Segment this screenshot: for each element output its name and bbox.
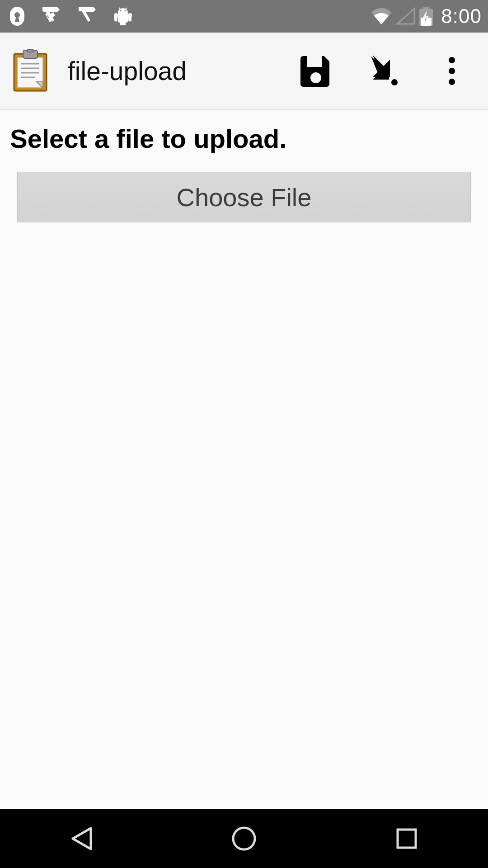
app-actions <box>298 53 483 89</box>
save-icon <box>300 54 333 88</box>
svg-rect-5 <box>28 49 33 52</box>
android-icon <box>114 7 132 25</box>
nav-home-icon <box>231 826 257 852</box>
nav-home-button[interactable] <box>226 821 262 857</box>
svg-point-14 <box>449 68 455 74</box>
svg-point-12 <box>391 79 398 85</box>
cell-signal-icon <box>396 7 416 25</box>
status-left-group <box>10 7 132 26</box>
svg-point-11 <box>310 72 321 83</box>
svg-rect-10 <box>307 56 322 67</box>
svg-point-15 <box>449 79 455 85</box>
clipboard-icon <box>11 49 49 93</box>
checkmark-badge-icon <box>42 7 61 26</box>
page-heading: Select a file to upload. <box>0 115 488 172</box>
more-vert-icon <box>448 57 455 85</box>
status-right-group: 8:00 <box>371 5 482 28</box>
download-button[interactable] <box>366 53 402 89</box>
main-content: Select a file to upload. Choose File <box>0 110 488 809</box>
app-icon[interactable] <box>11 49 61 93</box>
wifi-icon <box>371 7 392 25</box>
nav-back-button[interactable] <box>63 821 99 857</box>
svg-point-0 <box>120 10 122 12</box>
save-button[interactable] <box>298 53 334 89</box>
status-time: 8:00 <box>436 5 482 28</box>
app-title: file-upload <box>61 56 298 86</box>
checkmark-badge-icon <box>78 7 97 26</box>
svg-point-13 <box>449 57 455 63</box>
svg-point-1 <box>125 10 126 12</box>
nav-recent-icon <box>395 827 418 850</box>
download-arrow-icon <box>366 53 402 89</box>
lock-keyhole-icon <box>10 7 24 26</box>
nav-back-icon <box>69 826 94 852</box>
battery-charging-icon <box>419 7 433 26</box>
android-nav-bar <box>0 809 488 868</box>
app-bar: file-upload <box>0 33 488 110</box>
svg-rect-17 <box>398 830 416 848</box>
choose-file-button[interactable]: Choose File <box>17 172 471 222</box>
svg-point-16 <box>233 828 255 849</box>
more-options-button[interactable] <box>434 53 470 89</box>
android-status-bar: 8:00 <box>0 0 488 33</box>
nav-recent-button[interactable] <box>389 821 425 857</box>
